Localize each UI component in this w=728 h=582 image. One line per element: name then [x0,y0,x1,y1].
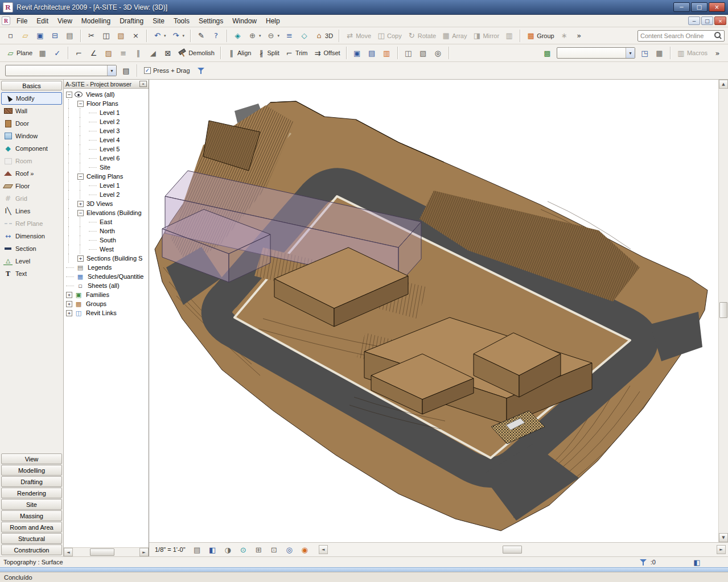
browser-hscroll-thumb[interactable] [90,548,114,556]
project-browser-close-icon[interactable]: × [139,81,147,87]
designbar-item-text[interactable]: TText [1,267,62,280]
designbar-tab-view[interactable]: View [1,453,62,464]
3d-view-button[interactable]: ⌂3D [312,29,335,43]
designbar-item-dimension[interactable]: ↔Dimension [1,230,62,242]
trim-button[interactable]: ⌐Trim [282,46,310,60]
undo-button[interactable]: ↶▾ [150,29,168,43]
mirror-button[interactable]: ◨Mirror [470,29,501,43]
3d-cube-button[interactable]: ◇ [297,29,311,43]
scroll-up-icon[interactable]: ▲ [719,80,728,89]
designbar-item-grid[interactable]: #Grid [1,192,62,205]
insert-image-button[interactable]: ▥ [380,46,394,60]
menu-file[interactable]: File [12,15,32,27]
tree-item-ceiling-plans[interactable]: −Ceiling Plans [66,172,149,181]
spelling-button[interactable]: ✓ [50,46,64,60]
render-show-button[interactable]: ◳ [637,46,652,60]
mdi-restore-button[interactable]: □ [701,16,713,25]
tree-item-elevations-building[interactable]: −Elevations (Building [66,208,149,217]
designbar-tab-construction[interactable]: Construction [1,544,62,555]
tree-item-groups[interactable]: +▩Groups [66,299,149,308]
move-button[interactable]: ⇄Move [343,29,373,43]
array-button[interactable]: ▦Array [439,29,469,43]
macros-button[interactable]: ▥Macros [674,46,710,60]
designbar-tab-drafting[interactable]: Drafting [1,476,62,487]
press-drag-option[interactable]: ✓Press + Drag [144,67,190,74]
design-option-dropdown-icon[interactable]: ▾ [626,48,635,58]
tree-item-west[interactable]: West [66,245,149,254]
filter-button[interactable] [194,64,208,77]
designbar-item-room[interactable]: Room [1,155,62,167]
browser-hscroll-track[interactable] [73,548,139,556]
tree-expander-collapse-icon[interactable]: − [77,174,84,180]
redo-dropdown[interactable]: ▾ [183,34,185,38]
tree-expander-expand-icon[interactable]: + [77,255,84,262]
zoom-out-dropdown[interactable]: ▾ [278,34,280,38]
crop-region-button[interactable]: ⊞ [252,544,266,555]
menu-view[interactable]: View [53,15,77,27]
designbar-item-section[interactable]: Section [1,242,62,255]
menu-drafting[interactable]: Drafting [115,15,148,27]
paint-button[interactable]: ▨ [101,46,116,60]
close-button[interactable]: × [709,2,725,12]
mdi-minimize-button[interactable]: − [688,16,700,25]
menu-settings[interactable]: Settings [194,15,228,27]
split-button[interactable]: ∦Split [254,46,281,60]
designbar-item-ref-plane[interactable]: Ref Plane [1,217,62,230]
tree-item-level-6[interactable]: Level 6 [66,154,149,163]
redo-button[interactable]: ↷▾ [169,29,187,43]
tree-item-3d-views[interactable]: +3D Views [66,199,149,208]
rotate-button[interactable]: ↻Rotate [405,29,438,43]
model-graphics-button[interactable]: ◧ [205,544,220,555]
designbar-tab-basics[interactable]: Basics [1,81,62,90]
paste-button[interactable]: ▧ [114,29,128,43]
tree-expander-expand-icon[interactable]: + [66,310,72,316]
insert-file-button[interactable]: ▤ [365,46,379,60]
menu-modelling[interactable]: Modelling [77,15,115,27]
shadows-button[interactable]: ◑ [221,544,235,555]
tree-item-legends[interactable]: ▤Legends [66,263,149,272]
drawing-area[interactable] [149,80,718,542]
rendering-button[interactable]: ⊙ [236,544,250,555]
reveal-hidden-button[interactable]: ◉ [298,544,312,555]
tree-expander-expand-icon[interactable]: + [66,292,72,298]
ramp-button[interactable]: ◢ [146,46,160,60]
tree-item-revit-links[interactable]: +◫Revit Links [66,308,149,317]
tree-item-views-all[interactable]: −Views (all) [66,90,149,99]
tree-item-sheets-all[interactable]: ▫Sheets (all) [66,281,149,290]
toolbar-overflow-button[interactable]: » [572,29,586,43]
design-option-select[interactable]: ▾ [557,47,635,59]
tree-expander-expand-icon[interactable]: + [66,301,72,307]
sketch-mode-button[interactable]: ✎ [194,29,208,43]
designbar-item-roof[interactable]: Roof » [1,167,62,180]
minimize-button[interactable]: − [673,2,690,12]
tree-item-level-3[interactable]: Level 3 [66,126,149,135]
scroll-left-icon[interactable]: ◄ [64,548,73,556]
paste-aligned-button[interactable]: ▧ [416,46,430,60]
menu-edit[interactable]: Edit [32,15,53,27]
menu-site[interactable]: Site [148,15,169,27]
match-type-button[interactable]: ◎ [431,46,445,60]
scroll-left-icon[interactable]: ◄ [319,545,328,554]
zoom-in-dropdown[interactable]: ▾ [259,34,261,38]
designbar-item-level[interactable]: △Level [1,255,62,267]
zoom-out-button[interactable]: ⊖▾ [264,29,282,43]
scroll-right-icon[interactable]: ► [717,545,726,554]
tree-item-level-1[interactable]: Level 1 [66,108,149,117]
menu-help[interactable]: Help [261,15,285,27]
type-selector-dropdown-icon[interactable]: ▾ [107,65,116,76]
designbar-item-window[interactable]: Window [1,130,62,142]
tree-item-east[interactable]: East [66,217,149,226]
tree-expander-collapse-icon[interactable]: − [77,210,84,216]
designbar-item-component[interactable]: ◆Component [1,142,62,155]
undo-dropdown[interactable]: ▾ [164,34,166,38]
linework-button[interactable]: ∠ [87,46,101,60]
color-scheme-button[interactable]: ▩ [540,46,554,60]
snap-grid-button[interactable]: ▦ [35,46,50,60]
crop-visibility-button[interactable]: ⊡ [267,544,281,555]
designbar-item-wall[interactable]: Wall [1,105,62,117]
menu-tools[interactable]: Tools [169,15,194,27]
tree-item-site[interactable]: Site [66,163,149,172]
viewport-hscrollbar[interactable]: ◄ ► [319,545,726,554]
offset-button[interactable]: ⇉Offset [310,46,342,60]
toolbar2-overflow-button[interactable]: » [710,46,725,60]
